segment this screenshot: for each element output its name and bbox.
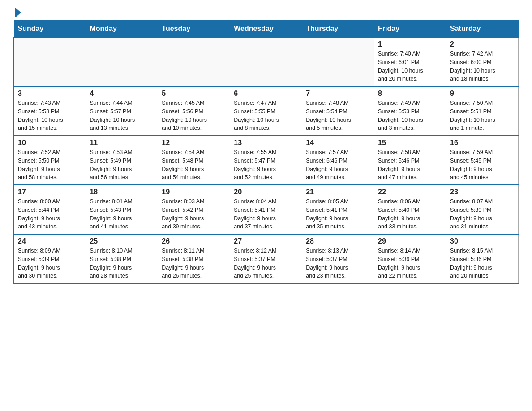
day-info: Sunrise: 7:40 AM Sunset: 6:01 PM Dayligh… <box>378 50 442 83</box>
day-number: 28 <box>306 237 370 245</box>
day-number: 12 <box>162 139 226 147</box>
day-info: Sunrise: 8:15 AM Sunset: 5:36 PM Dayligh… <box>450 247 515 280</box>
day-info: Sunrise: 8:04 AM Sunset: 5:41 PM Dayligh… <box>234 197 298 231</box>
calendar-cell: 8Sunrise: 7:49 AM Sunset: 5:53 PM Daylig… <box>374 86 446 136</box>
day-info: Sunrise: 7:50 AM Sunset: 5:51 PM Dayligh… <box>450 99 515 133</box>
day-number: 3 <box>18 90 82 98</box>
calendar-cell: 25Sunrise: 8:10 AM Sunset: 5:38 PM Dayli… <box>86 234 158 283</box>
day-info: Sunrise: 7:57 AM Sunset: 5:46 PM Dayligh… <box>306 148 370 182</box>
day-number: 17 <box>18 188 82 196</box>
calendar-cell: 1Sunrise: 7:40 AM Sunset: 6:01 PM Daylig… <box>374 38 446 87</box>
calendar-cell: 29Sunrise: 8:14 AM Sunset: 5:36 PM Dayli… <box>374 234 446 283</box>
calendar-cell: 16Sunrise: 7:59 AM Sunset: 5:45 PM Dayli… <box>446 136 519 185</box>
day-info: Sunrise: 7:58 AM Sunset: 5:46 PM Dayligh… <box>378 148 442 182</box>
weekday-header-monday: Monday <box>86 20 158 38</box>
day-number: 14 <box>306 139 370 147</box>
calendar-cell <box>158 38 230 87</box>
calendar-cell: 23Sunrise: 8:07 AM Sunset: 5:39 PM Dayli… <box>446 185 519 234</box>
day-info: Sunrise: 8:01 AM Sunset: 5:43 PM Dayligh… <box>90 197 154 231</box>
day-number: 16 <box>450 139 515 147</box>
calendar-cell: 4Sunrise: 7:44 AM Sunset: 5:57 PM Daylig… <box>86 86 158 136</box>
calendar-cell <box>86 38 158 87</box>
day-number: 7 <box>306 90 370 98</box>
calendar-week-1: 1Sunrise: 7:40 AM Sunset: 6:01 PM Daylig… <box>14 38 519 87</box>
calendar-cell: 26Sunrise: 8:11 AM Sunset: 5:38 PM Dayli… <box>158 234 230 283</box>
day-info: Sunrise: 8:03 AM Sunset: 5:42 PM Dayligh… <box>162 197 226 231</box>
logo <box>13 9 21 15</box>
calendar-week-5: 24Sunrise: 8:09 AM Sunset: 5:39 PM Dayli… <box>14 234 519 283</box>
day-info: Sunrise: 8:14 AM Sunset: 5:36 PM Dayligh… <box>378 247 442 280</box>
day-info: Sunrise: 8:11 AM Sunset: 5:38 PM Dayligh… <box>162 247 226 280</box>
calendar-cell <box>302 38 374 87</box>
calendar-cell: 10Sunrise: 7:52 AM Sunset: 5:50 PM Dayli… <box>14 136 86 185</box>
calendar-cell: 15Sunrise: 7:58 AM Sunset: 5:46 PM Dayli… <box>374 136 446 185</box>
calendar-cell: 24Sunrise: 8:09 AM Sunset: 5:39 PM Dayli… <box>14 234 86 283</box>
calendar-week-2: 3Sunrise: 7:43 AM Sunset: 5:58 PM Daylig… <box>14 86 519 136</box>
calendar-week-4: 17Sunrise: 8:00 AM Sunset: 5:44 PM Dayli… <box>14 185 519 234</box>
day-info: Sunrise: 7:47 AM Sunset: 5:55 PM Dayligh… <box>234 99 298 133</box>
day-number: 20 <box>234 188 298 196</box>
day-info: Sunrise: 8:10 AM Sunset: 5:38 PM Dayligh… <box>90 247 154 280</box>
weekday-header-tuesday: Tuesday <box>158 20 230 38</box>
calendar-cell: 7Sunrise: 7:48 AM Sunset: 5:54 PM Daylig… <box>302 86 374 136</box>
day-number: 19 <box>162 188 226 196</box>
day-number: 11 <box>90 139 154 147</box>
calendar-cell: 9Sunrise: 7:50 AM Sunset: 5:51 PM Daylig… <box>446 86 519 136</box>
calendar-cell: 5Sunrise: 7:45 AM Sunset: 5:56 PM Daylig… <box>158 86 230 136</box>
day-number: 22 <box>378 188 442 196</box>
calendar-cell <box>14 38 86 87</box>
day-info: Sunrise: 7:52 AM Sunset: 5:50 PM Dayligh… <box>18 148 82 182</box>
day-info: Sunrise: 8:09 AM Sunset: 5:39 PM Dayligh… <box>18 247 82 280</box>
calendar-cell: 13Sunrise: 7:55 AM Sunset: 5:47 PM Dayli… <box>230 136 302 185</box>
day-info: Sunrise: 7:55 AM Sunset: 5:47 PM Dayligh… <box>234 148 298 182</box>
logo-arrow-icon <box>15 7 21 18</box>
day-number: 15 <box>378 139 442 147</box>
day-info: Sunrise: 8:07 AM Sunset: 5:39 PM Dayligh… <box>450 197 515 231</box>
weekday-header-thursday: Thursday <box>302 20 374 38</box>
day-info: Sunrise: 7:48 AM Sunset: 5:54 PM Dayligh… <box>306 99 370 133</box>
calendar-cell <box>230 38 302 87</box>
day-info: Sunrise: 8:06 AM Sunset: 5:40 PM Dayligh… <box>378 197 442 231</box>
weekday-header-friday: Friday <box>374 20 446 38</box>
calendar-cell: 11Sunrise: 7:53 AM Sunset: 5:49 PM Dayli… <box>86 136 158 185</box>
calendar-cell: 14Sunrise: 7:57 AM Sunset: 5:46 PM Dayli… <box>302 136 374 185</box>
day-info: Sunrise: 8:13 AM Sunset: 5:37 PM Dayligh… <box>306 247 370 280</box>
page-header <box>13 9 519 15</box>
day-info: Sunrise: 7:53 AM Sunset: 5:49 PM Dayligh… <box>90 148 154 182</box>
calendar-cell: 22Sunrise: 8:06 AM Sunset: 5:40 PM Dayli… <box>374 185 446 234</box>
day-number: 1 <box>378 40 442 48</box>
day-number: 8 <box>378 90 442 98</box>
day-number: 6 <box>234 90 298 98</box>
day-info: Sunrise: 8:12 AM Sunset: 5:37 PM Dayligh… <box>234 247 298 280</box>
calendar-cell: 18Sunrise: 8:01 AM Sunset: 5:43 PM Dayli… <box>86 185 158 234</box>
calendar-cell: 27Sunrise: 8:12 AM Sunset: 5:37 PM Dayli… <box>230 234 302 283</box>
day-number: 29 <box>378 237 442 245</box>
day-number: 13 <box>234 139 298 147</box>
day-number: 27 <box>234 237 298 245</box>
day-info: Sunrise: 7:59 AM Sunset: 5:45 PM Dayligh… <box>450 148 515 182</box>
day-info: Sunrise: 7:44 AM Sunset: 5:57 PM Dayligh… <box>90 99 154 133</box>
weekday-header-row: SundayMondayTuesdayWednesdayThursdayFrid… <box>14 20 519 38</box>
weekday-header-wednesday: Wednesday <box>230 20 302 38</box>
calendar-cell: 28Sunrise: 8:13 AM Sunset: 5:37 PM Dayli… <box>302 234 374 283</box>
day-info: Sunrise: 7:49 AM Sunset: 5:53 PM Dayligh… <box>378 99 442 133</box>
day-number: 2 <box>450 40 515 48</box>
day-info: Sunrise: 7:54 AM Sunset: 5:48 PM Dayligh… <box>162 148 226 182</box>
calendar-cell: 17Sunrise: 8:00 AM Sunset: 5:44 PM Dayli… <box>14 185 86 234</box>
calendar-week-3: 10Sunrise: 7:52 AM Sunset: 5:50 PM Dayli… <box>14 136 519 185</box>
day-info: Sunrise: 8:00 AM Sunset: 5:44 PM Dayligh… <box>18 197 82 231</box>
day-number: 9 <box>450 90 515 98</box>
day-number: 10 <box>18 139 82 147</box>
day-info: Sunrise: 7:45 AM Sunset: 5:56 PM Dayligh… <box>162 99 226 133</box>
day-number: 4 <box>90 90 154 98</box>
day-info: Sunrise: 7:43 AM Sunset: 5:58 PM Dayligh… <box>18 99 82 133</box>
day-number: 5 <box>162 90 226 98</box>
day-number: 23 <box>450 188 515 196</box>
day-number: 26 <box>162 237 226 245</box>
day-number: 30 <box>450 237 515 245</box>
calendar-cell: 6Sunrise: 7:47 AM Sunset: 5:55 PM Daylig… <box>230 86 302 136</box>
day-number: 21 <box>306 188 370 196</box>
weekday-header-sunday: Sunday <box>14 20 86 38</box>
day-number: 24 <box>18 237 82 245</box>
calendar-cell: 19Sunrise: 8:03 AM Sunset: 5:42 PM Dayli… <box>158 185 230 234</box>
